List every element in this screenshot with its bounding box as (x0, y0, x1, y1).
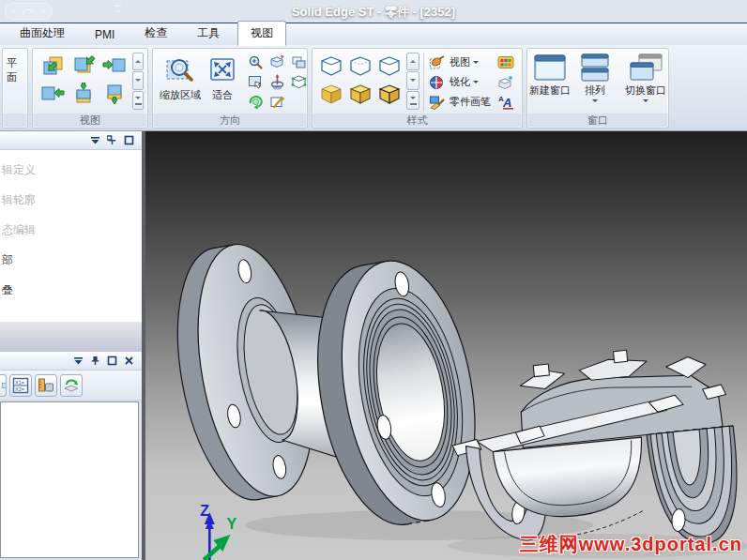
color-manager-button[interactable] (497, 53, 514, 72)
ribbon-tab-row: 曲面处理 PMI 检查 工具 视图 (0, 23, 747, 45)
view-scroll-down-button[interactable] (132, 71, 144, 90)
switch-window-button[interactable]: 切换窗口 (621, 52, 669, 105)
look-at-face-icon (248, 74, 264, 90)
style-shaded-visible-edges-button[interactable] (374, 80, 404, 108)
zoom-button[interactable] (245, 53, 267, 72)
style-shaded-edges-button[interactable] (345, 80, 374, 108)
view-align-down-button[interactable] (68, 80, 99, 108)
new-window-label: 新建窗口 (529, 83, 571, 98)
spin-icon (248, 94, 264, 110)
view-rotate-right-button[interactable] (99, 52, 130, 80)
style-scroll-down-button[interactable] (406, 71, 419, 90)
command-list: 辑定义 辑轮廓 态编辑 部 叠 (0, 150, 142, 322)
tab-pmi[interactable]: PMI (83, 24, 127, 45)
list-item-edit-definition[interactable]: 辑定义 (0, 161, 142, 191)
style-scroll-up-button[interactable] (406, 53, 419, 71)
sharpen-button[interactable]: 锐化 (429, 72, 494, 92)
fit-icon (206, 53, 238, 85)
fit-button[interactable]: 适合 (204, 52, 241, 104)
variable-table-icon: X1= X2= (12, 377, 29, 394)
ribbon-group-style: 视图 锐化 (312, 48, 523, 129)
list-item-dynamic-edit[interactable]: 态编辑 (0, 221, 142, 251)
style-cube-grid (316, 52, 404, 108)
text-scale-button[interactable]: A A (497, 92, 514, 112)
tab-tools[interactable]: 工具 (185, 22, 232, 45)
arrange-button[interactable]: 排列 (574, 52, 616, 105)
zoom-icon (248, 54, 264, 70)
partial-toolbar-button[interactable] (0, 374, 7, 397)
list-item-edit-profile[interactable]: 辑轮廓 (0, 191, 142, 221)
panel-gap (0, 322, 142, 352)
view-overrides-dropdown-icon[interactable] (473, 61, 479, 67)
view-scroll-up-button[interactable] (132, 53, 144, 71)
view-scroll-more-button[interactable] (132, 91, 144, 110)
previous-view-icon (291, 54, 307, 70)
ribbon-group-view: 视图 (32, 48, 148, 129)
tab-inspect[interactable]: 检查 (132, 22, 179, 45)
shaded-visible-edges-cube-icon (378, 83, 401, 105)
group-label-window: 窗口 (527, 114, 668, 128)
look-at-face-button[interactable] (245, 72, 267, 92)
model-viewport[interactable]: Z Y 三维网www.3dportal.cn (145, 131, 747, 560)
view-align-top-button[interactable] (68, 52, 99, 80)
rotate-axis-icon (269, 74, 285, 90)
view-pan-into-button[interactable] (37, 52, 68, 80)
lower-panel-maximize-icon[interactable] (107, 356, 117, 366)
style-wireframe-visible-button[interactable] (374, 52, 404, 80)
wireframe-cube-icon (320, 55, 343, 77)
part-painter-icon (429, 95, 446, 110)
style-command-rows: 视图 锐化 (423, 53, 494, 112)
watermark: 三维网www.3dportal.cn (520, 532, 742, 557)
new-window-icon (532, 53, 568, 83)
3d-model-canvas: Z Y (145, 131, 747, 560)
panel-maximize-icon[interactable] (124, 135, 134, 145)
panel-pin-icon[interactable] (107, 135, 117, 145)
edgebar-panel: 辑定义 辑轮廓 态编辑 部 叠 (0, 131, 145, 560)
sketch-view-icon (269, 94, 285, 110)
texture-button[interactable] (497, 72, 514, 92)
new-window-button[interactable]: 新建窗口 (526, 52, 574, 98)
spin-button[interactable] (245, 92, 267, 112)
view-rotate-left-button[interactable] (37, 80, 68, 108)
switch-window-dropdown-icon[interactable] (643, 99, 648, 105)
pan-cube-icon (269, 54, 285, 70)
panel-collapse-icon[interactable] (90, 135, 100, 145)
lower-panel-collapse-icon[interactable] (73, 356, 84, 366)
lower-panel-close-icon[interactable] (124, 356, 134, 366)
pan-view-icon (40, 54, 65, 77)
zoom-area-button[interactable]: 缩放区域 (157, 52, 204, 104)
previous-view-button[interactable] (288, 53, 308, 72)
sharpen-dropdown-icon[interactable] (473, 81, 479, 86)
view-align-up-button[interactable] (99, 80, 130, 108)
arrange-label: 排列 (585, 83, 605, 98)
zoom-area-icon (164, 53, 196, 85)
pan-button[interactable] (267, 53, 288, 72)
tab-surface-processing[interactable]: 曲面处理 (8, 22, 77, 45)
style-scroll-more-button[interactable] (406, 91, 419, 110)
wireframe-dashed-cube-icon (349, 55, 372, 77)
style-shaded-button[interactable] (316, 80, 345, 108)
ribbon-group-window: 新建窗口 排列 切换窗口 (526, 48, 669, 129)
plane-button[interactable]: 平面 (7, 56, 23, 84)
update-button[interactable] (60, 374, 83, 397)
orientation-cube-icon (291, 74, 307, 90)
style-wireframe-dashed-button[interactable] (345, 52, 374, 80)
measure-button[interactable] (35, 374, 57, 397)
lower-panel-pin-icon[interactable] (90, 356, 100, 366)
lower-panel-content[interactable] (0, 401, 139, 558)
rotate-button[interactable] (267, 72, 288, 92)
zoom-area-label: 缩放区域 (160, 88, 201, 102)
list-item-all[interactable]: 部 (0, 251, 142, 281)
refresh-icon (63, 377, 80, 394)
list-item-overlap[interactable]: 叠 (0, 281, 142, 311)
view-orientation-button[interactable] (288, 72, 308, 92)
view-overrides-button[interactable]: 视图 (429, 53, 494, 72)
switch-window-label: 切换窗口 (625, 83, 666, 98)
part-painter-button[interactable]: 零件画笔 (429, 92, 494, 112)
arrange-dropdown-icon[interactable] (592, 99, 598, 105)
lower-panel-toolbar: X1= X2= (0, 371, 142, 401)
tab-view[interactable]: 视图 (237, 21, 286, 46)
style-wireframe-hidden-button[interactable] (316, 52, 345, 80)
variable-table-button[interactable]: X1= X2= (9, 374, 32, 397)
sketch-view-button[interactable] (267, 92, 288, 112)
